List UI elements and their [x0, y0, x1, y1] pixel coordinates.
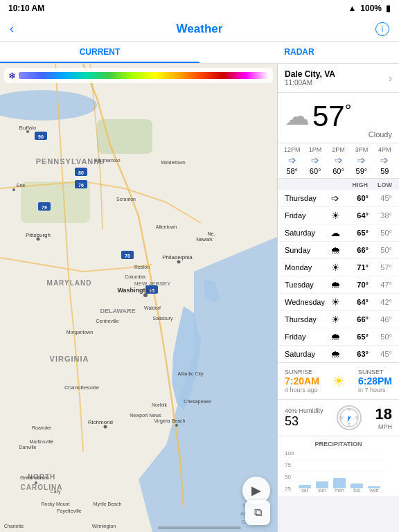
- radar-legend: ❄: [4, 68, 273, 83]
- current-weather: ☁ 57° Cloudy: [278, 93, 399, 143]
- precip-label: PRECIPITATION: [285, 441, 392, 447]
- daily-row-7: Thursday ☀ 66° 46°: [278, 311, 399, 328]
- hourly-time-4: 4PM: [378, 146, 391, 153]
- home-indicator: [158, 526, 241, 529]
- precip-chart-container: 100 75 50 25: [285, 450, 392, 492]
- daily-icon-9: 🌧: [328, 348, 343, 360]
- back-button[interactable]: ‹: [10, 21, 14, 36]
- location-info: Dale City, VA 11:00AM: [285, 69, 335, 87]
- status-icons: ▲ 100% ▮: [348, 3, 391, 13]
- daily-low-9: 45°: [373, 350, 392, 358]
- hourly-icon-2: ➩: [335, 154, 343, 166]
- map-svg: 90 80 76 79 78 95 PENNSYLVANIA MARYLAND …: [0, 64, 277, 532]
- daily-day-0: Thursday: [285, 194, 328, 202]
- svg-point-31: [37, 238, 40, 241]
- radar-color-bar: [19, 72, 269, 79]
- daily-day-6: Wednesday: [285, 298, 328, 306]
- svg-text:Erie: Erie: [17, 183, 26, 188]
- svg-text:Allentown: Allentown: [156, 224, 177, 229]
- hourly-icon-4: ➩: [380, 154, 389, 166]
- current-weather-top: ☁ 57°: [285, 100, 392, 133]
- status-time: 10:10 AM: [8, 3, 44, 13]
- daily-high-6: 64°: [349, 298, 369, 306]
- info-button[interactable]: i: [375, 22, 389, 36]
- wind-row: 40% Humidity 53 N E S W 18: [285, 405, 392, 430]
- humidity-label: 40% Humidity: [285, 407, 323, 414]
- daily-temps-0: 60° 45°: [349, 194, 392, 202]
- daily-day-3: Sunday: [285, 246, 328, 254]
- hourly-icon-3: ➩: [357, 154, 366, 166]
- svg-text:76: 76: [78, 183, 84, 188]
- svg-text:Newport News: Newport News: [130, 413, 161, 418]
- daily-temps-1: 64° 38°: [349, 211, 392, 220]
- tab-radar[interactable]: RADAR: [200, 42, 399, 63]
- daily-low-4: 57°: [373, 263, 392, 272]
- daily-day-5: Tuesday: [285, 281, 328, 289]
- sunset-label: SUNSET: [358, 369, 392, 375]
- daily-high-7: 66°: [349, 315, 369, 323]
- daily-day-4: Monday: [285, 263, 328, 272]
- svg-text:Roanoke: Roanoke: [32, 425, 51, 430]
- daily-low-8: 50°: [373, 332, 392, 341]
- precip-y-100: 100: [285, 450, 294, 456]
- hourly-time-0: 12PM: [284, 146, 301, 153]
- svg-point-33: [143, 293, 148, 297]
- snowflake-icon: ❄: [8, 71, 16, 81]
- wind-speed-block: 18 MPH: [375, 405, 392, 430]
- sunrise-sub: 4 hours ago: [285, 387, 319, 393]
- svg-text:sat: sat: [302, 488, 308, 492]
- svg-rect-83: [333, 478, 346, 488]
- daily-low-2: 50°: [373, 229, 392, 237]
- svg-text:Cary: Cary: [51, 489, 61, 495]
- svg-text:Greensboro: Greensboro: [20, 475, 50, 481]
- precip-y-75: 75: [285, 462, 294, 468]
- location-time: 11:00AM: [285, 79, 335, 87]
- daily-low-6: 42°: [373, 298, 392, 306]
- wind-compass: N E S W: [337, 405, 362, 430]
- daily-temps-2: 65° 50°: [349, 229, 392, 237]
- battery-icon: ▮: [386, 3, 391, 13]
- svg-point-52: [175, 424, 178, 427]
- svg-text:Rocky Mount: Rocky Mount: [42, 502, 70, 507]
- precip-y-labels: 100 75 50 25: [285, 450, 294, 492]
- daily-day-9: Saturday: [285, 350, 328, 358]
- map-layers-button[interactable]: ⧉: [245, 500, 270, 525]
- sun-row: SUNRISE 7:20AM 4 hours ago ☀ SUNSET 6:28…: [285, 369, 392, 393]
- svg-text:Myrtle Beach: Myrtle Beach: [94, 502, 122, 507]
- precip-chart-svg: sat sun mon tue wed: [295, 450, 385, 492]
- sunset-time: 6:28PM: [358, 375, 392, 387]
- hourly-forecast: 12PM ➩ 58° 1PM ➩ 60° 2PM ➩ 60° 3PM ➩: [278, 143, 399, 179]
- hourly-time-1: 1PM: [309, 146, 322, 153]
- daily-high-2: 65°: [349, 229, 369, 237]
- play-icon: ▶: [251, 483, 261, 498]
- hourly-icon-1: ➩: [311, 154, 319, 166]
- precip-y-25: 25: [285, 486, 294, 492]
- svg-text:W: W: [340, 416, 344, 420]
- precip-section: PRECIPITATION 100 75 50 25: [278, 436, 399, 496]
- map-area[interactable]: ❄: [0, 64, 277, 532]
- svg-text:Virginia Beach: Virginia Beach: [154, 418, 185, 424]
- daily-high-9: 63°: [349, 350, 369, 358]
- hourly-item-0: 12PM ➩ 58°: [281, 146, 303, 175]
- daily-icon-4: ☀: [328, 262, 343, 273]
- hourly-temp-0: 58°: [286, 167, 298, 175]
- precip-y-50: 50: [285, 474, 294, 480]
- svg-text:VIRGINIA: VIRGINIA: [50, 355, 89, 363]
- svg-text:Centreville: Centreville: [96, 319, 118, 323]
- location-header[interactable]: Dale City, VA 11:00AM ›: [278, 64, 399, 93]
- daily-temps-6: 64° 42°: [349, 298, 392, 306]
- svg-text:Newark: Newark: [196, 237, 213, 242]
- daily-temps-4: 71° 57°: [349, 263, 392, 272]
- svg-text:Morgantown: Morgantown: [66, 330, 94, 335]
- wind-speed-value: 18: [375, 405, 392, 423]
- daily-icon-2: ☁: [328, 227, 343, 238]
- cloud-icon: ☁: [285, 102, 310, 131]
- daily-day-1: Friday: [285, 211, 328, 220]
- nav-bar: ‹ Weather i: [0, 17, 399, 42]
- svg-text:N: N: [348, 407, 351, 411]
- svg-text:mon: mon: [335, 488, 345, 492]
- daily-high-label: HIGH: [353, 181, 369, 188]
- svg-text:Philadelphia: Philadelphia: [162, 254, 193, 260]
- svg-point-29: [12, 188, 15, 191]
- tab-current[interactable]: CURRENT: [0, 42, 200, 63]
